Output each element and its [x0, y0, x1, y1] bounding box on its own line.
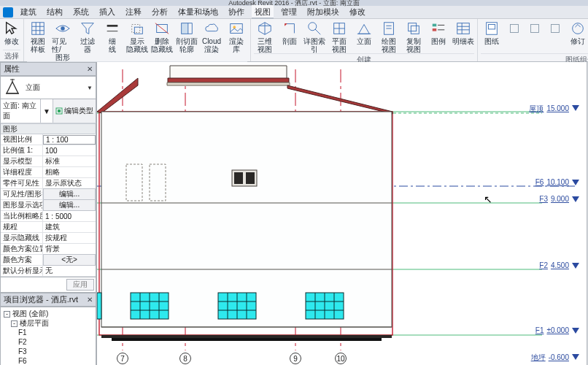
match-line-button[interactable] [546, 20, 564, 37]
prop-value[interactable]: 编辑... [43, 199, 96, 211]
prop-row[interactable]: 比例值 1:100 [1, 145, 96, 156]
tab-视图[interactable]: 视图 [252, 5, 274, 19]
3d-view-label2: 视图 [258, 45, 272, 53]
tab-插入[interactable]: 插入 [96, 5, 118, 19]
drafting-view-button[interactable]: 绘图视图 [378, 20, 400, 53]
prop-value[interactable]: <无> [43, 254, 96, 266]
legend-button[interactable]: 图例 [428, 20, 449, 45]
project-browser[interactable]: -视图 (全部)-楼层平面F1F2F3F6地坪屋顶-三维视图{3D}-(3维) [0, 307, 96, 365]
svg-rect-37 [531, 25, 539, 33]
prop-row[interactable]: 零件可见性显示原状态 [1, 178, 96, 189]
level-name: F2 [539, 261, 548, 269]
tree-item-label: F1 [18, 328, 27, 337]
view-template-button[interactable]: 视图样板 [27, 20, 49, 53]
tab-管理[interactable]: 管理 [278, 5, 300, 19]
prop-row[interactable]: 视图比例1 : 100 [1, 134, 96, 145]
grid-bubble-7[interactable]: 7 [117, 353, 128, 364]
tab-系统[interactable]: 系统 [70, 5, 92, 19]
tab-体量和场地[interactable]: 体量和场地 [175, 5, 221, 19]
prop-row[interactable]: 当比例粗略度...1 : 5000 [1, 211, 96, 222]
level-marker-F2[interactable]: F24.500 [539, 261, 579, 269]
tree-item[interactable]: F6 [2, 356, 94, 365]
tab-注释[interactable]: 注释 [123, 5, 144, 19]
prop-key: 显示隐藏线 [1, 233, 43, 243]
level-name: F3 [539, 195, 548, 203]
sheet-button[interactable]: 图纸 [481, 20, 503, 45]
prop-row[interactable]: 显示隐藏线按规程 [1, 233, 96, 244]
tab-分析[interactable]: 分析 [149, 5, 171, 19]
tab-建筑[interactable]: 建筑 [18, 5, 39, 19]
prop-row[interactable]: 颜色方案<无> [1, 255, 96, 266]
tab-附加模块[interactable]: 附加模块 [304, 5, 342, 19]
callout-button[interactable]: 详图索引 [303, 20, 325, 53]
level-marker-F1[interactable]: F1±0.000 [535, 326, 579, 334]
guide-grid-button[interactable] [526, 20, 543, 37]
plan-view-label2: 视图 [332, 45, 347, 53]
instance-dropdown[interactable]: ▼ [40, 99, 53, 123]
level-marker-F3[interactable]: F39.000 [539, 195, 579, 203]
tree-item[interactable]: -视图 (全部) [2, 309, 94, 318]
modify-button[interactable]: 修改 [3, 20, 20, 45]
view-template-icon [30, 20, 46, 36]
render-button[interactable]: Cloud渲染 [201, 20, 223, 53]
level-marker-地坪[interactable]: 地坪-0.600 [531, 353, 579, 363]
prop-row[interactable]: 详细程度粗略 [1, 167, 96, 178]
type-selector[interactable]: 立面 ▼ [0, 76, 96, 99]
elevation-button[interactable]: 立面 [353, 20, 375, 45]
prop-row[interactable]: 默认分析显示...无 [1, 266, 96, 277]
prop-value: 无 [43, 266, 96, 276]
thin-lines-button[interactable]: 细线 [101, 20, 123, 53]
tab-修改[interactable]: 修改 [347, 5, 368, 19]
main-area: 属性 ✕ 立面 ▼ 立面: 南立面 ▼ 编辑类型 [0, 62, 588, 365]
prop-group-graphics[interactable]: 图形 [1, 123, 96, 134]
grid-bubble-8[interactable]: 8 [179, 353, 191, 364]
prop-value: 粗略 [43, 167, 96, 177]
drawing-canvas[interactable]: ↖ 屋顶15.000F610.100F39.000F24.500F1±0.000… [97, 62, 587, 365]
tree-item[interactable]: -楼层平面 [2, 318, 94, 328]
prop-key: 零件可见性 [1, 178, 43, 188]
tree-toggle-icon[interactable]: - [11, 320, 18, 327]
render-gallery-button[interactable]: 渲染库 [225, 20, 247, 53]
tree-item[interactable]: F3 [2, 347, 94, 356]
tree-item[interactable]: F2 [2, 337, 94, 347]
view-ref-button[interactable] [506, 20, 523, 37]
prop-row[interactable]: 颜色方案位置背景 [1, 244, 96, 255]
plan-view-button[interactable]: 平面视图 [328, 20, 350, 53]
tree-item[interactable]: F1 [2, 328, 94, 337]
prop-row[interactable]: 显示模型标准 [1, 156, 96, 167]
cut-profile-button[interactable]: 剖切面轮廓 [176, 20, 198, 53]
ground-windows [131, 293, 344, 319]
level-marker-屋顶[interactable]: 屋顶15.000 [529, 104, 579, 114]
3d-view-button[interactable]: 三维视图 [254, 20, 276, 53]
section-button[interactable]: 剖面 [279, 20, 301, 45]
properties-close-icon[interactable]: ✕ [87, 65, 93, 73]
grid-bubble-10[interactable]: 10 [335, 353, 347, 364]
edit-type-button[interactable]: 编辑类型 [53, 99, 96, 123]
callout-label2: 引 [311, 45, 318, 53]
app-menu-icon[interactable] [3, 7, 13, 18]
visibility-button[interactable]: 可见性/图形 [52, 20, 74, 61]
prop-row[interactable]: 图形显示选项编辑... [1, 200, 96, 211]
tab-协作[interactable]: 协作 [225, 5, 247, 19]
svg-rect-74 [112, 338, 382, 341]
show-hidden-button[interactable]: 显示隐藏线 [126, 20, 148, 53]
show-hidden-label2: 隐藏线 [126, 45, 148, 53]
filters-label2: 器 [84, 45, 91, 53]
schedules-button[interactable]: 明细表 [452, 20, 474, 45]
svg-rect-27 [433, 28, 437, 31]
duplicate-view-button[interactable]: 复制视图 [403, 20, 425, 53]
prop-value[interactable]: 编辑... [43, 188, 96, 200]
apply-button[interactable]: 应用 [66, 279, 94, 291]
remove-hidden-button[interactable]: 删除隐藏线 [151, 20, 173, 53]
tree-toggle-icon[interactable]: - [4, 311, 10, 318]
grid-bubble-9[interactable]: 9 [290, 353, 301, 364]
level-name: 屋顶 [529, 104, 543, 114]
prop-row[interactable]: 规程建筑 [1, 222, 96, 233]
prop-row[interactable]: 可见性/图形替换编辑... [1, 189, 96, 200]
level-marker-F6[interactable]: F610.100 [535, 178, 579, 186]
filters-button[interactable]: 过滤器 [77, 20, 98, 53]
prop-value[interactable]: 1 : 100 [43, 135, 96, 145]
revisions-button[interactable]: 修订 [567, 20, 588, 45]
browser-close-icon[interactable]: ✕ [87, 296, 93, 304]
tab-结构[interactable]: 结构 [44, 5, 66, 19]
